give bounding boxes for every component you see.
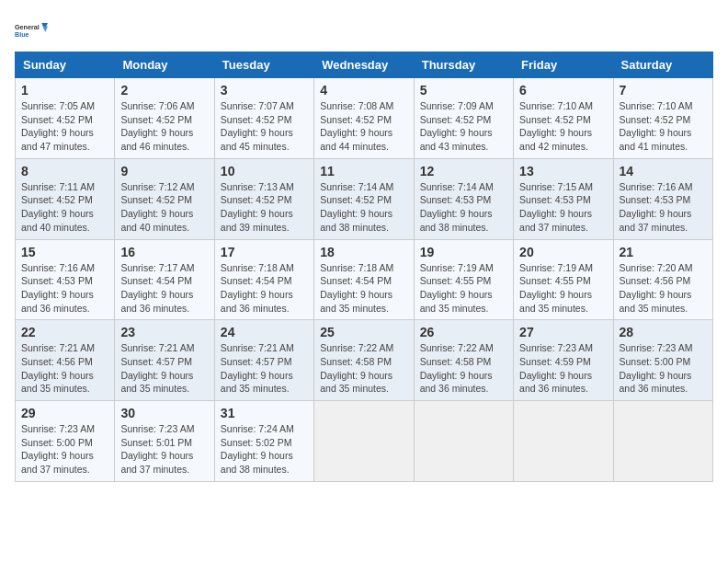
daylight-label: Daylight: 9 hours and 37 minutes. xyxy=(21,450,94,475)
calendar-cell: 19Sunrise: 7:19 AMSunset: 4:55 PMDayligh… xyxy=(414,239,513,320)
sunrise-label: Sunrise: 7:19 AM xyxy=(420,262,494,273)
sunset-label: Sunset: 4:54 PM xyxy=(320,275,392,286)
day-number: 9 xyxy=(120,164,208,178)
calendar-cell: 13Sunrise: 7:15 AMSunset: 4:53 PMDayligh… xyxy=(514,158,613,239)
sunrise-label: Sunrise: 7:21 AM xyxy=(221,342,294,353)
sunrise-label: Sunrise: 7:24 AM xyxy=(221,423,294,434)
day-number: 19 xyxy=(420,245,507,259)
day-number: 10 xyxy=(221,164,308,178)
day-detail: Sunrise: 7:14 AMSunset: 4:52 PMDaylight:… xyxy=(320,180,407,235)
calendar-cell: 16Sunrise: 7:17 AMSunset: 4:54 PMDayligh… xyxy=(115,239,214,320)
calendar-cell: 31Sunrise: 7:24 AMSunset: 5:02 PMDayligh… xyxy=(214,401,313,482)
calendar-cell: 26Sunrise: 7:22 AMSunset: 4:58 PMDayligh… xyxy=(414,320,513,401)
calendar-cell: 15Sunrise: 7:16 AMSunset: 4:53 PMDayligh… xyxy=(16,239,115,320)
sunset-label: Sunset: 4:52 PM xyxy=(420,114,492,125)
day-detail: Sunrise: 7:23 AMSunset: 5:00 PMDaylight:… xyxy=(21,422,108,477)
day-number: 17 xyxy=(221,245,308,259)
sunrise-label: Sunrise: 7:23 AM xyxy=(21,423,95,434)
sunset-label: Sunset: 4:52 PM xyxy=(221,114,292,125)
day-detail: Sunrise: 7:16 AMSunset: 4:53 PMDaylight:… xyxy=(21,261,108,316)
day-detail: Sunrise: 7:12 AMSunset: 4:52 PMDaylight:… xyxy=(120,180,208,235)
sunset-label: Sunset: 4:52 PM xyxy=(519,114,591,125)
daylight-label: Daylight: 9 hours and 42 minutes. xyxy=(519,127,592,152)
day-number: 15 xyxy=(21,245,108,259)
day-number: 3 xyxy=(221,83,308,98)
sunset-label: Sunset: 5:02 PM xyxy=(221,437,292,448)
daylight-label: Daylight: 9 hours and 35 minutes. xyxy=(120,370,193,395)
calendar-cell xyxy=(613,401,712,482)
calendar-table: SundayMondayTuesdayWednesdayThursdayFrid… xyxy=(15,52,713,482)
sunrise-label: Sunrise: 7:23 AM xyxy=(620,342,693,353)
day-detail: Sunrise: 7:20 AMSunset: 4:56 PMDaylight:… xyxy=(620,261,707,316)
daylight-label: Daylight: 9 hours and 35 minutes. xyxy=(320,370,392,395)
calendar-cell: 10Sunrise: 7:13 AMSunset: 4:52 PMDayligh… xyxy=(214,158,313,239)
sunset-label: Sunset: 5:01 PM xyxy=(120,437,192,448)
calendar-cell xyxy=(414,401,513,482)
calendar-cell xyxy=(514,401,613,482)
sunrise-label: Sunrise: 7:11 AM xyxy=(21,181,95,192)
sunrise-label: Sunrise: 7:21 AM xyxy=(21,342,95,353)
sunset-label: Sunset: 4:54 PM xyxy=(221,275,292,286)
sunrise-label: Sunrise: 7:07 AM xyxy=(221,100,294,111)
sunrise-label: Sunrise: 7:22 AM xyxy=(320,342,393,353)
day-detail: Sunrise: 7:16 AMSunset: 4:53 PMDaylight:… xyxy=(620,180,707,235)
day-detail: Sunrise: 7:19 AMSunset: 4:55 PMDaylight:… xyxy=(519,261,607,316)
weekday-header: Friday xyxy=(514,52,613,78)
calendar-week-row: 8Sunrise: 7:11 AMSunset: 4:52 PMDaylight… xyxy=(16,158,713,239)
sunrise-label: Sunrise: 7:17 AM xyxy=(120,262,194,273)
sunset-label: Sunset: 4:57 PM xyxy=(120,356,192,367)
calendar-cell: 2Sunrise: 7:06 AMSunset: 4:52 PMDaylight… xyxy=(115,78,214,159)
logo-icon: GeneralBlue xyxy=(15,15,48,48)
sunrise-label: Sunrise: 7:08 AM xyxy=(320,100,393,111)
sunrise-label: Sunrise: 7:09 AM xyxy=(420,100,494,111)
weekday-header: Thursday xyxy=(414,52,513,78)
day-number: 11 xyxy=(320,164,407,178)
day-detail: Sunrise: 7:06 AMSunset: 4:52 PMDaylight:… xyxy=(120,99,208,154)
sunrise-label: Sunrise: 7:18 AM xyxy=(221,262,294,273)
day-detail: Sunrise: 7:08 AMSunset: 4:52 PMDaylight:… xyxy=(320,99,407,154)
daylight-label: Daylight: 9 hours and 36 minutes. xyxy=(120,289,193,314)
daylight-label: Daylight: 9 hours and 35 minutes. xyxy=(620,289,692,314)
calendar-cell: 25Sunrise: 7:22 AMSunset: 4:58 PMDayligh… xyxy=(314,320,414,401)
day-number: 21 xyxy=(620,245,707,259)
day-number: 4 xyxy=(320,83,407,98)
sunrise-label: Sunrise: 7:23 AM xyxy=(120,423,194,434)
day-number: 26 xyxy=(420,325,507,339)
day-number: 13 xyxy=(519,164,607,178)
calendar-cell: 23Sunrise: 7:21 AMSunset: 4:57 PMDayligh… xyxy=(115,320,214,401)
sunset-label: Sunset: 4:53 PM xyxy=(519,194,591,205)
calendar-cell: 12Sunrise: 7:14 AMSunset: 4:53 PMDayligh… xyxy=(414,158,513,239)
sunset-label: Sunset: 4:52 PM xyxy=(221,194,292,205)
day-detail: Sunrise: 7:21 AMSunset: 4:56 PMDaylight:… xyxy=(21,341,108,396)
day-number: 16 xyxy=(120,245,208,259)
sunset-label: Sunset: 5:00 PM xyxy=(21,437,93,448)
day-detail: Sunrise: 7:21 AMSunset: 4:57 PMDaylight:… xyxy=(120,341,208,396)
calendar-cell: 21Sunrise: 7:20 AMSunset: 4:56 PMDayligh… xyxy=(613,239,712,320)
sunset-label: Sunset: 4:52 PM xyxy=(620,114,691,125)
day-detail: Sunrise: 7:19 AMSunset: 4:55 PMDaylight:… xyxy=(420,261,507,316)
day-detail: Sunrise: 7:13 AMSunset: 4:52 PMDaylight:… xyxy=(221,180,308,235)
daylight-label: Daylight: 9 hours and 36 minutes. xyxy=(519,370,592,395)
calendar-cell: 17Sunrise: 7:18 AMSunset: 4:54 PMDayligh… xyxy=(214,239,313,320)
sunrise-label: Sunrise: 7:16 AM xyxy=(21,262,95,273)
day-detail: Sunrise: 7:10 AMSunset: 4:52 PMDaylight:… xyxy=(620,99,707,154)
svg-marker-3 xyxy=(43,27,48,32)
calendar-cell: 5Sunrise: 7:09 AMSunset: 4:52 PMDaylight… xyxy=(414,78,513,159)
sunrise-label: Sunrise: 7:13 AM xyxy=(221,181,294,192)
calendar-cell: 7Sunrise: 7:10 AMSunset: 4:52 PMDaylight… xyxy=(613,78,712,159)
calendar-cell: 6Sunrise: 7:10 AMSunset: 4:52 PMDaylight… xyxy=(514,78,613,159)
daylight-label: Daylight: 9 hours and 38 minutes. xyxy=(420,208,493,233)
calendar-cell: 27Sunrise: 7:23 AMSunset: 4:59 PMDayligh… xyxy=(514,320,613,401)
calendar-cell: 20Sunrise: 7:19 AMSunset: 4:55 PMDayligh… xyxy=(514,239,613,320)
calendar-cell: 14Sunrise: 7:16 AMSunset: 4:53 PMDayligh… xyxy=(613,158,712,239)
day-number: 28 xyxy=(620,325,707,339)
day-number: 12 xyxy=(420,164,507,178)
sunset-label: Sunset: 4:53 PM xyxy=(420,194,492,205)
weekday-header: Tuesday xyxy=(214,52,313,78)
sunset-label: Sunset: 4:52 PM xyxy=(21,114,93,125)
day-detail: Sunrise: 7:09 AMSunset: 4:52 PMDaylight:… xyxy=(420,99,507,154)
calendar-cell: 1Sunrise: 7:05 AMSunset: 4:52 PMDaylight… xyxy=(16,78,115,159)
day-number: 14 xyxy=(620,164,707,178)
day-number: 30 xyxy=(120,406,208,420)
calendar-cell: 8Sunrise: 7:11 AMSunset: 4:52 PMDaylight… xyxy=(16,158,115,239)
